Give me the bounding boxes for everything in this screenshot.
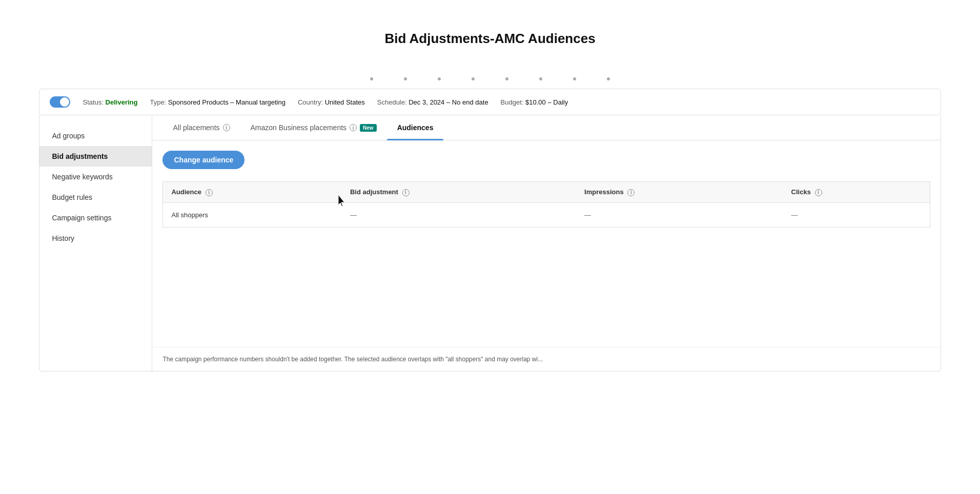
- schedule-info: Schedule: Dec 3, 2024 – No end date: [377, 98, 488, 106]
- footnote: The campaign performance numbers shouldn…: [152, 347, 940, 371]
- campaign-toggle[interactable]: [50, 96, 70, 108]
- audience-table: Audience i Bid adjustment i Impressions …: [162, 181, 930, 228]
- tabs: All placements i Amazon Business placeme…: [152, 115, 940, 140]
- sidebar-item-ad-groups[interactable]: Ad groups: [39, 126, 152, 146]
- all-placements-info-icon: i: [223, 124, 230, 131]
- campaign-bar: Status: Delivering Type: Sponsored Produ…: [39, 89, 941, 115]
- sidebar-item-budget-rules[interactable]: Budget rules: [39, 187, 152, 208]
- th-bid-adjustment: Bid adjustment i: [342, 182, 576, 203]
- clicks-col-info-icon: i: [815, 189, 822, 196]
- table-row: All shoppers — — —: [163, 202, 930, 227]
- th-impressions: Impressions i: [576, 182, 783, 203]
- sidebar-item-negative-keywords[interactable]: Negative keywords: [39, 167, 152, 187]
- tab-all-placements[interactable]: All placements i: [162, 115, 240, 140]
- sidebar-item-history[interactable]: History: [39, 228, 152, 249]
- nav-dots: [0, 77, 980, 80]
- th-audience: Audience i: [163, 182, 342, 203]
- table-header-row: Audience i Bid adjustment i Impressions …: [163, 182, 930, 203]
- budget-info: Budget: $10.00 – Daily: [501, 98, 568, 106]
- type-info: Type: Sponsored Products – Manual target…: [150, 98, 285, 106]
- audience-col-info-icon: i: [206, 189, 213, 196]
- sidebar-item-campaign-settings[interactable]: Campaign settings: [39, 208, 152, 228]
- cell-bid-adjustment: —: [342, 202, 576, 227]
- sidebar-item-bid-adjustments[interactable]: Bid adjustments: [39, 146, 152, 167]
- th-clicks: Clicks i: [783, 182, 930, 203]
- cell-impressions: —: [576, 202, 783, 227]
- tab-amazon-business[interactable]: Amazon Business placements i New: [240, 115, 387, 140]
- change-audience-button[interactable]: Change audience: [162, 151, 244, 169]
- cell-audience: All shoppers: [163, 202, 342, 227]
- page-title: Bid Adjustments-AMC Audiences: [384, 31, 595, 47]
- status-info: Status: Delivering: [83, 98, 137, 106]
- right-panel: All placements i Amazon Business placeme…: [152, 115, 940, 371]
- bid-adjustment-col-info-icon: i: [402, 189, 410, 196]
- tab-audiences[interactable]: Audiences: [387, 115, 444, 140]
- new-badge: New: [360, 124, 377, 132]
- amazon-business-info-icon: i: [350, 124, 357, 131]
- sidebar: Ad groups Bid adjustments Negative keywo…: [39, 115, 152, 371]
- impressions-col-info-icon: i: [627, 189, 635, 196]
- audiences-tab-content: Change audience Audience i Bid adjustmen…: [152, 140, 940, 347]
- cell-clicks: —: [783, 202, 930, 227]
- main-content: Ad groups Bid adjustments Negative keywo…: [39, 115, 941, 372]
- country-info: Country: United States: [298, 98, 365, 106]
